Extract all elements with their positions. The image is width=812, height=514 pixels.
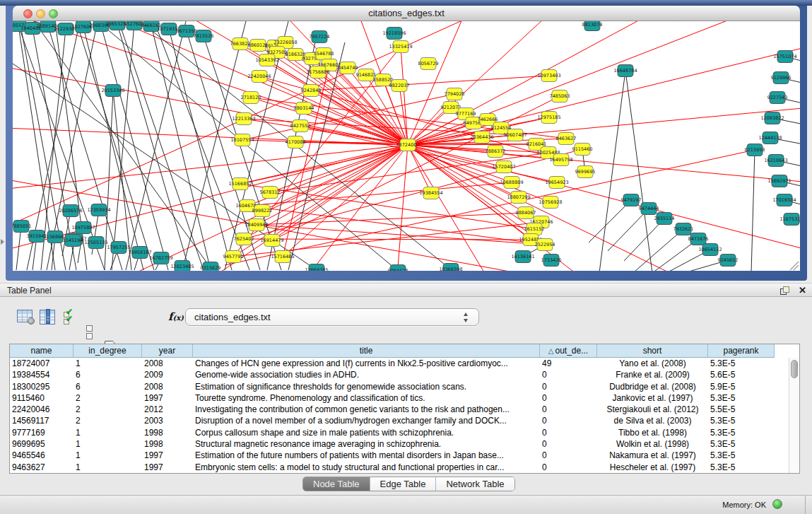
graph-node[interactable]: 19654923 — [545, 177, 568, 189]
graph-node[interactable]: 7815526 — [194, 30, 214, 42]
graph-edge[interactable] — [408, 145, 734, 271]
column-header-out_degree[interactable]: △out_de... — [540, 344, 597, 358]
graph-edge[interactable] — [608, 209, 649, 251]
table-row[interactable]: 2242004622012Investigating the contribut… — [10, 404, 799, 415]
graph-node[interactable]: 1145194 — [63, 235, 83, 247]
graph-node[interactable]: 12975185 — [537, 112, 560, 124]
graph-edge[interactable] — [751, 150, 755, 271]
graph-node[interactable]: 8998222 — [252, 205, 273, 217]
graph-node[interactable]: 12093822 — [760, 112, 784, 124]
graph-node[interactable]: 17957255 — [107, 242, 130, 254]
table-row[interactable]: 1938455462009Genome-wide association stu… — [10, 369, 799, 380]
graph-node[interactable]: 16648784 — [613, 65, 637, 77]
table-options-icon[interactable] — [17, 310, 33, 322]
graph-node[interactable]: 7885051 — [13, 221, 31, 233]
table-mode-icon[interactable] — [86, 325, 93, 341]
tab-node-table[interactable]: Node Table — [303, 477, 370, 491]
graph-node[interactable]: 7485063 — [550, 90, 570, 103]
graph-node[interactable]: 7886372 — [486, 146, 506, 158]
float-panel-icon[interactable] — [780, 286, 789, 296]
graph-node[interactable]: 12505135 — [84, 237, 107, 249]
graph-node[interactable]: 10973493 — [537, 70, 560, 82]
graph-edge[interactable] — [408, 21, 670, 145]
graph-node[interactable]: 1615152 — [524, 223, 545, 235]
table-row[interactable]: 1830029562008Estimation of significance … — [10, 381, 799, 392]
table-row[interactable]: 1872400712008Changes of HCN gene express… — [10, 358, 799, 369]
graph-edge[interactable] — [112, 24, 134, 270]
graph-node[interactable]: 2522954 — [535, 239, 555, 251]
collapsed-panel-arrow-icon[interactable] — [1, 239, 4, 245]
graph-node[interactable]: 17016504 — [772, 194, 796, 206]
graph-node[interactable]: 10366598 — [439, 264, 462, 271]
graph-edge[interactable] — [240, 184, 534, 229]
column-header-name[interactable]: name — [10, 344, 73, 358]
table-selector-dropdown[interactable]: citations_edges.txt — [185, 308, 479, 326]
graph-node[interactable]: 1546788 — [314, 48, 334, 60]
network-window-titlebar[interactable]: citations_edges.txt — [13, 6, 800, 21]
graph-edge[interactable] — [599, 71, 625, 271]
graph-node[interactable]: 9463627 — [556, 133, 577, 145]
graph-node[interactable]: 10958187 — [128, 247, 151, 259]
graph-node[interactable]: 9129966 — [771, 72, 792, 84]
graph-node[interactable]: 9884067 — [516, 207, 536, 219]
table-row[interactable]: 977716911998Corpus callosum shape and si… — [10, 427, 799, 438]
graph-edge[interactable] — [13, 21, 507, 233]
tab-network-table[interactable]: Network Table — [436, 477, 514, 491]
network-graph[interactable]: 1405571719404065208914062122930018276062… — [13, 21, 800, 271]
graph-edge[interactable] — [262, 145, 408, 211]
graph-node[interactable]: 7932621 — [673, 223, 694, 235]
column-header-year[interactable]: year — [142, 344, 193, 358]
graph-node[interactable]: 12444138 — [758, 132, 782, 144]
function-builder-icon[interactable]: f(x) — [168, 310, 184, 323]
graph-node[interactable]: 8471676 — [688, 233, 709, 245]
graph-node[interactable]: 15720407 — [492, 161, 515, 173]
graph-node[interactable]: 9479197 — [621, 194, 642, 206]
graph-edge[interactable] — [151, 25, 211, 270]
graph-node[interactable]: 19218596 — [382, 28, 406, 40]
table-row[interactable]: 969969511998Structural magnetic resonanc… — [10, 438, 799, 450]
graph-node[interactable]: 8056729 — [418, 58, 439, 70]
scrollbar-thumb[interactable] — [791, 360, 798, 378]
graph-node[interactable]: 13325419 — [389, 41, 412, 53]
close-panel-icon[interactable]: ✕ — [799, 285, 806, 296]
graph-node[interactable]: 7957224 — [310, 31, 330, 43]
graph-node[interactable]: 11675312 — [779, 214, 800, 226]
table-row[interactable]: 946362711997Embryonic stem cells: a mode… — [10, 462, 799, 473]
column-header-in_degree[interactable]: in_degree — [73, 344, 142, 358]
graph-edge[interactable] — [83, 27, 143, 270]
column-header-title[interactable]: title — [193, 344, 540, 358]
graph-node[interactable]: 18107554 — [230, 134, 254, 146]
column-header-short[interactable]: short — [597, 344, 708, 358]
graph-edge[interactable] — [272, 96, 560, 240]
graph-node[interactable]: 8813074 — [582, 21, 603, 31]
graph-node[interactable]: 8427552 — [290, 120, 311, 132]
graph-node[interactable]: 10688809 — [500, 177, 523, 189]
graph-node[interactable]: 10756928 — [539, 197, 562, 209]
graph-node[interactable]: 2935114 — [654, 213, 675, 225]
graph-edge[interactable] — [169, 29, 232, 270]
table-row[interactable]: 1456911722003Disruption of a novel membe… — [10, 415, 799, 426]
graph-node[interactable]: 12669385 — [305, 264, 328, 271]
network-canvas[interactable]: 1405571719404065208914062122930018276062… — [13, 21, 800, 271]
graph-edge[interactable] — [281, 145, 408, 271]
graph-node[interactable]: 9094428 — [388, 265, 408, 271]
graph-edge[interactable] — [589, 200, 631, 243]
graph-node[interactable]: 5678312 — [260, 187, 281, 199]
graph-node[interactable]: 2718120 — [241, 92, 261, 104]
graph-node[interactable]: 4170088 — [286, 136, 306, 148]
graph-node[interactable]: 12023485 — [170, 261, 194, 271]
graph-node[interactable]: 9457791 — [223, 251, 244, 263]
graph-node[interactable]: 9115460 — [572, 144, 593, 156]
network-window[interactable]: citations_edges.txt 14055717194040652089… — [6, 6, 807, 281]
graph-node[interactable]: 2803144 — [294, 103, 314, 115]
graph-node[interactable]: 9699695 — [575, 166, 596, 178]
vertical-scrollbar[interactable] — [789, 358, 799, 474]
graph-edge[interactable] — [624, 218, 664, 261]
graph-node[interactable]: 15692971 — [767, 175, 791, 187]
graph-node[interactable]: 8315629 — [201, 262, 221, 271]
table-row[interactable]: 911546021997Tourette syndrome. Phenomeno… — [10, 392, 799, 404]
graph-node[interactable]: 7625402 — [234, 233, 254, 245]
column-header-pagerank[interactable]: pagerank — [708, 344, 775, 358]
graph-node[interactable]: 9242848 — [301, 85, 322, 97]
graph-node[interactable]: 9245652 — [718, 255, 739, 267]
